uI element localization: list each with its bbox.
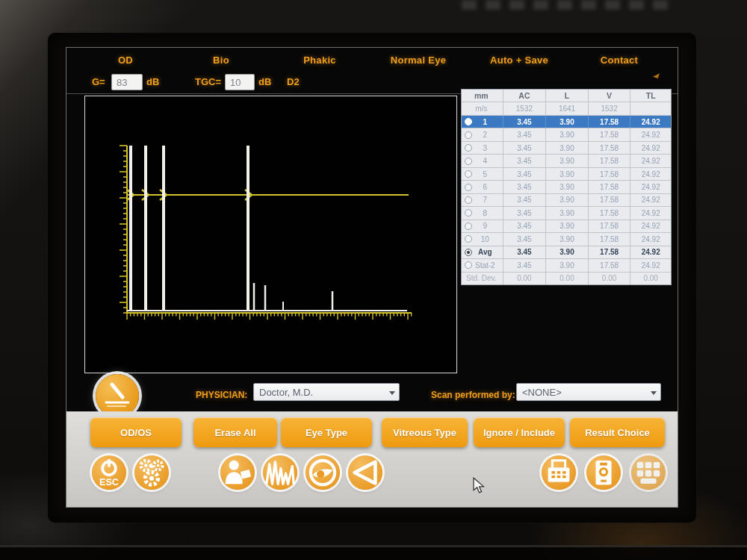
measurement-row[interactable]: 93.453.9017.5824.92 — [462, 220, 671, 233]
row-radio[interactable] — [465, 170, 472, 178]
tgc-unit: dB — [258, 76, 271, 87]
keyboard-icon — [631, 455, 666, 490]
table-cell: L — [546, 90, 589, 102]
row-label: Stat-2 — [472, 261, 503, 270]
eye-mode-button[interactable] — [306, 455, 340, 490]
patient-icon — [220, 455, 255, 490]
table-cell: 3.45 — [503, 233, 547, 245]
ignore-include-button[interactable]: Ignore / Include — [474, 417, 565, 447]
mode-d2-label: D2 — [287, 76, 300, 87]
row-label: Std. Dev. — [465, 274, 503, 282]
printer-icon — [542, 455, 576, 490]
ascan-waveform-chart — [85, 96, 456, 373]
keyboard-button[interactable] — [631, 455, 666, 490]
save-button[interactable] — [586, 455, 621, 490]
esc-button[interactable]: ESC — [92, 455, 126, 490]
table-cell: 24.92 — [630, 128, 671, 140]
table-cell: 17.58 — [589, 194, 631, 206]
measurement-row[interactable]: 83.453.9017.5824.92 — [462, 207, 671, 220]
ascan-mode-button[interactable] — [263, 455, 297, 490]
row-radio[interactable] — [465, 235, 472, 243]
gain-label: G= — [92, 76, 105, 87]
row-label-cell: 9 — [462, 220, 503, 232]
row-label-cell: Std. Dev. — [462, 273, 503, 284]
gears-icon — [134, 455, 169, 490]
menu-contact[interactable]: Contact — [601, 55, 639, 66]
table-cell: 3.90 — [546, 155, 589, 167]
gain-input[interactable] — [111, 74, 143, 90]
row-radio[interactable] — [465, 209, 472, 217]
probe-select-button[interactable] — [348, 455, 382, 490]
table-cell: 17.58 — [589, 116, 631, 128]
tgc-label: TGC= — [195, 76, 221, 87]
table-header-row: mmACLVTL — [462, 90, 671, 102]
table-cell: 17.58 — [589, 142, 631, 154]
menu-bio[interactable]: Bio — [213, 55, 229, 66]
gate-line — [127, 190, 409, 200]
row-radio[interactable] — [465, 249, 472, 256]
waveform-icon — [263, 455, 297, 490]
table-cell: 24.92 — [630, 233, 671, 245]
table-cell: 24.92 — [630, 194, 671, 206]
menu-phakic[interactable]: Phakic — [303, 55, 336, 66]
result-choice-button[interactable]: Result Choice — [570, 417, 665, 447]
row-label-cell: m/s — [462, 102, 503, 114]
avg-row[interactable]: Avg3.453.9017.5824.92 — [462, 246, 671, 259]
measurement-row[interactable]: 23.453.9017.5824.92 — [462, 128, 671, 141]
table-cell: 24.92 — [630, 142, 671, 154]
row-label: 4 — [472, 157, 503, 165]
row-radio[interactable] — [465, 196, 472, 204]
table-cell: 24.92 — [630, 155, 671, 167]
scan-by-dropdown[interactable]: <NONE> — [516, 383, 661, 401]
measurement-row[interactable]: 33.453.9017.5824.92 — [462, 142, 671, 155]
measurement-row[interactable]: 53.453.9017.5824.92 — [462, 168, 671, 181]
eye-icon — [306, 455, 340, 490]
row-label-cell: 7 — [462, 194, 503, 206]
row-label-cell: Avg — [462, 246, 503, 258]
physician-dropdown[interactable]: Doctor, M.D. — [253, 383, 400, 401]
row-radio[interactable] — [465, 131, 472, 139]
tgc-input[interactable] — [225, 74, 255, 90]
row-radio[interactable] — [465, 144, 472, 152]
table-cell: 1641 — [546, 102, 589, 114]
row-label: 7 — [472, 196, 503, 204]
table-cell: 3.45 — [503, 116, 547, 128]
table-cell: 24.92 — [630, 259, 671, 271]
measurement-row[interactable]: 13.453.9017.5824.92 — [462, 116, 671, 128]
menu-normal-eye[interactable]: Normal Eye — [391, 55, 447, 66]
table-cell: 17.58 — [589, 181, 631, 193]
table-cell: 3.45 — [503, 194, 547, 206]
measurement-row[interactable]: 63.453.9017.5824.92 — [462, 181, 671, 193]
menu-od[interactable]: OD — [118, 55, 133, 66]
row-radio[interactable] — [465, 223, 472, 230]
eye-type-button[interactable]: Eye Type — [281, 417, 372, 447]
row-radio[interactable] — [465, 118, 472, 125]
row-radio[interactable] — [465, 158, 472, 165]
row-radio[interactable] — [465, 261, 472, 269]
row-radio[interactable] — [465, 184, 472, 191]
table-cell: 3.90 — [546, 168, 589, 180]
settings-button[interactable] — [134, 455, 169, 490]
table-cell: 24.92 — [630, 181, 671, 193]
measurement-row[interactable]: 43.453.9017.5824.92 — [462, 155, 671, 167]
disk-save-icon — [586, 455, 621, 490]
menu-auto-save[interactable]: Auto + Save — [490, 55, 548, 66]
stat2-row[interactable]: Stat-23.453.9017.5824.92 — [462, 259, 671, 272]
row-label-cell: 6 — [462, 181, 503, 193]
table-cell: TL — [630, 90, 671, 102]
row-label: m/s — [465, 105, 503, 113]
measurement-row[interactable]: 73.453.9017.5824.92 — [462, 194, 671, 207]
print-button[interactable] — [542, 455, 576, 490]
od-os-button[interactable]: OD/OS — [90, 417, 182, 447]
table-cell: 3.45 — [503, 207, 547, 219]
erase-all-button[interactable]: Erase All — [193, 417, 277, 447]
mouse-cursor — [473, 477, 486, 494]
row-label: 2 — [472, 131, 503, 139]
row-label-cell: 4 — [462, 155, 503, 167]
vitreous-type-button[interactable]: Vitreous Type — [382, 417, 468, 447]
cone-probe-icon — [348, 455, 382, 490]
table-cell: 17.58 — [589, 259, 631, 271]
scan-by-value: <NONE> — [522, 387, 562, 398]
measurement-row[interactable]: 103.453.9017.5824.92 — [462, 233, 671, 246]
patient-data-button[interactable] — [220, 455, 255, 490]
